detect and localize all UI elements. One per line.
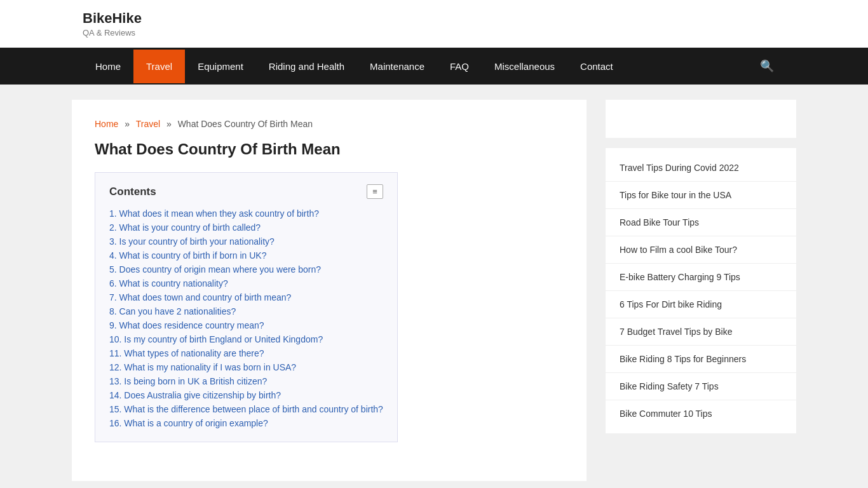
contents-header: Contents ≡ bbox=[109, 184, 383, 199]
contents-item-14[interactable]: 14. Does Australia give citizenship by b… bbox=[109, 390, 281, 400]
breadcrumb-home[interactable]: Home bbox=[95, 119, 118, 129]
site-tagline: QA & Reviews bbox=[83, 28, 785, 37]
contents-item-9[interactable]: 9. What does residence country mean? bbox=[109, 320, 264, 330]
contents-item-8[interactable]: 8. Can you have 2 nationalities? bbox=[109, 306, 236, 316]
breadcrumb: Home » Travel » What Does Country Of Bir… bbox=[95, 119, 564, 129]
sidebar-link[interactable]: Tips for Bike tour in the USA bbox=[606, 182, 796, 209]
contents-title: Contents bbox=[109, 186, 156, 198]
contents-item-1[interactable]: 1. What does it mean when they ask count… bbox=[109, 208, 319, 219]
nav-item-maintenance[interactable]: Maintenance bbox=[357, 50, 437, 83]
contents-item-2[interactable]: 2. What is your country of birth called? bbox=[109, 222, 261, 233]
page-title: What Does Country Of Birth Mean bbox=[95, 140, 564, 158]
page-wrapper: Home » Travel » What Does Country Of Bir… bbox=[72, 85, 796, 488]
contents-item-3[interactable]: 3. Is your country of birth your nationa… bbox=[109, 236, 275, 247]
site-title: BikeHike bbox=[83, 10, 785, 27]
breadcrumb-current: What Does Country Of Birth Mean bbox=[178, 119, 313, 129]
sidebar-link[interactable]: Travel Tips During Covid 2022 bbox=[606, 154, 796, 182]
contents-item-15[interactable]: 15. What is the difference between place… bbox=[109, 404, 383, 414]
nav-item-faq[interactable]: FAQ bbox=[437, 50, 482, 83]
contents-item-4[interactable]: 4. What is country of birth if born in U… bbox=[109, 250, 266, 261]
contents-item-16[interactable]: 16. What is a country of origin example? bbox=[109, 418, 268, 428]
sidebar-link[interactable]: How to Film a cool Bike Tour? bbox=[606, 236, 796, 264]
site-header: BikeHike QA & Reviews bbox=[0, 0, 868, 48]
contents-toggle-button[interactable]: ≡ bbox=[367, 184, 383, 199]
sidebar-link[interactable]: E-bike Battery Charging 9 Tips bbox=[606, 264, 796, 291]
contents-item-13[interactable]: 13. Is being born in UK a British citize… bbox=[109, 376, 267, 386]
contents-item-6[interactable]: 6. What is country nationality? bbox=[109, 278, 228, 288]
contents-item-12[interactable]: 12. What is my nationality if I was born… bbox=[109, 362, 296, 372]
nav-item-home[interactable]: Home bbox=[83, 50, 133, 83]
nav-item-equipment[interactable]: Equipment bbox=[185, 50, 256, 83]
contents-box: Contents ≡ 1. What does it mean when the… bbox=[95, 172, 398, 442]
sidebar-search-box bbox=[606, 100, 796, 138]
main-nav: HomeTravelEquipmentRiding and HealthMain… bbox=[0, 48, 868, 85]
sidebar-links: Travel Tips During Covid 2022Tips for Bi… bbox=[606, 148, 796, 433]
search-icon[interactable]: 🔍 bbox=[749, 48, 785, 85]
sidebar: Travel Tips During Covid 2022Tips for Bi… bbox=[606, 100, 796, 481]
nav-items: HomeTravelEquipmentRiding and HealthMain… bbox=[83, 50, 626, 83]
sidebar-link[interactable]: Bike Riding 8 Tips for Beginners bbox=[606, 346, 796, 373]
sidebar-link[interactable]: 7 Budget Travel Tips by Bike bbox=[606, 318, 796, 346]
nav-item-miscellaneous[interactable]: Miscellaneous bbox=[482, 50, 567, 83]
sidebar-link[interactable]: Road Bike Tour Tips bbox=[606, 209, 796, 236]
nav-item-contact[interactable]: Contact bbox=[567, 50, 626, 83]
contents-list: 1. What does it mean when they ask count… bbox=[109, 207, 383, 430]
contents-item-10[interactable]: 10. Is my country of birth England or Un… bbox=[109, 334, 323, 344]
main-content: Home » Travel » What Does Country Of Bir… bbox=[72, 100, 587, 481]
contents-item-7[interactable]: 7. What does town and country of birth m… bbox=[109, 292, 291, 302]
sidebar-link[interactable]: 6 Tips For Dirt bike Riding bbox=[606, 291, 796, 318]
nav-item-travel[interactable]: Travel bbox=[133, 50, 185, 83]
breadcrumb-travel[interactable]: Travel bbox=[136, 119, 160, 129]
sidebar-link[interactable]: Bike Riding Safety 7 Tips bbox=[606, 373, 796, 400]
contents-item-11[interactable]: 11. What types of nationality are there? bbox=[109, 348, 264, 358]
nav-item-riding-and-health[interactable]: Riding and Health bbox=[256, 50, 357, 83]
contents-item-5[interactable]: 5. Does country of origin mean where you… bbox=[109, 264, 321, 274]
sidebar-link[interactable]: Bike Commuter 10 Tips bbox=[606, 400, 796, 427]
